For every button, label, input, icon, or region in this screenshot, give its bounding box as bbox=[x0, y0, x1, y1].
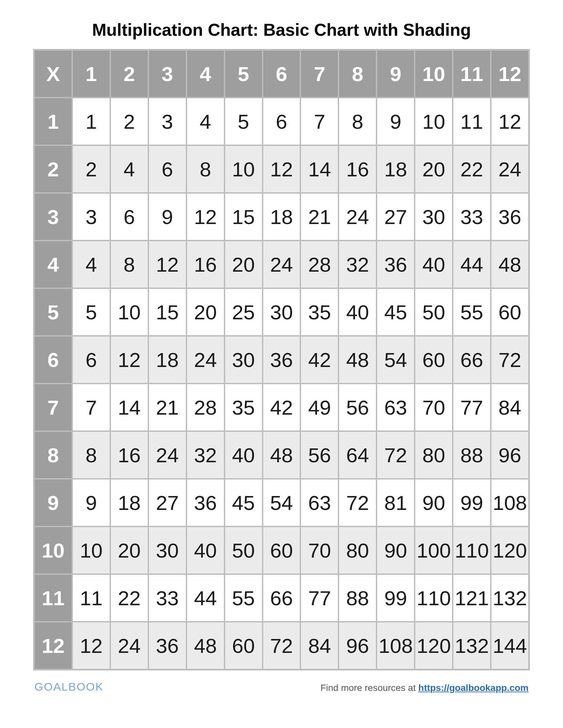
footer: GOALBOOK Find more resources at https://… bbox=[33, 680, 530, 693]
table-cell: 99 bbox=[453, 479, 491, 526]
table-cell: 6 bbox=[263, 98, 301, 145]
table-cell: 36 bbox=[187, 479, 224, 526]
row-header: 3 bbox=[34, 193, 72, 240]
table-cell: 24 bbox=[187, 336, 224, 383]
row-header: 4 bbox=[34, 241, 72, 288]
table-cell: 11 bbox=[72, 574, 110, 621]
table-cell: 33 bbox=[149, 574, 186, 621]
table-cell: 12 bbox=[491, 98, 529, 145]
table-cell: 56 bbox=[301, 432, 338, 478]
table-cell: 35 bbox=[301, 289, 338, 336]
table-cell: 4 bbox=[111, 146, 148, 193]
table-cell: 2 bbox=[72, 146, 110, 193]
table-cell: 80 bbox=[339, 527, 376, 574]
table-cell: 30 bbox=[415, 193, 452, 240]
table-cell: 12 bbox=[111, 336, 148, 383]
table-cell: 36 bbox=[149, 622, 186, 669]
table-cell: 2 bbox=[111, 98, 148, 145]
table-cell: 44 bbox=[187, 574, 224, 621]
row-header: 11 bbox=[34, 574, 72, 621]
table-cell: 60 bbox=[415, 336, 452, 383]
table-cell: 56 bbox=[339, 384, 376, 431]
table-cell: 4 bbox=[187, 98, 224, 145]
table-cell: 72 bbox=[339, 479, 376, 526]
table-cell: 48 bbox=[263, 432, 301, 478]
table-cell: 99 bbox=[377, 574, 414, 621]
row-header: 7 bbox=[34, 384, 72, 431]
table-cell: 8 bbox=[339, 98, 376, 145]
table-cell: 30 bbox=[149, 527, 186, 574]
table-cell: 66 bbox=[453, 336, 491, 383]
table-cell: 96 bbox=[339, 622, 376, 669]
table-cell: 108 bbox=[377, 622, 414, 669]
table-cell: 132 bbox=[491, 574, 529, 621]
table-cell: 11 bbox=[453, 98, 491, 145]
table-cell: 50 bbox=[415, 289, 452, 336]
multiplication-table: X123456789101112112345678910111222468101… bbox=[33, 49, 530, 670]
table-cell: 8 bbox=[111, 241, 148, 288]
row-header: 6 bbox=[34, 336, 72, 383]
table-cell: 21 bbox=[301, 193, 338, 240]
table-cell: 8 bbox=[72, 432, 110, 478]
column-header: 12 bbox=[491, 50, 529, 97]
table-cell: 80 bbox=[415, 432, 452, 478]
row-header: 2 bbox=[34, 146, 72, 193]
table-cell: 22 bbox=[111, 574, 148, 621]
table-cell: 20 bbox=[111, 527, 148, 574]
table-cell: 84 bbox=[491, 384, 529, 431]
table-cell: 3 bbox=[149, 98, 186, 145]
table-cell: 6 bbox=[72, 336, 110, 383]
column-header: 6 bbox=[263, 50, 301, 97]
table-cell: 90 bbox=[415, 479, 452, 526]
table-cell: 88 bbox=[339, 574, 376, 621]
table-cell: 33 bbox=[453, 193, 491, 240]
table-cell: 10 bbox=[225, 146, 262, 193]
table-cell: 110 bbox=[415, 574, 452, 621]
table-cell: 14 bbox=[111, 384, 148, 431]
table-cell: 48 bbox=[187, 622, 224, 669]
row-header: 8 bbox=[34, 432, 72, 478]
table-cell: 16 bbox=[339, 146, 376, 193]
table-cell: 72 bbox=[263, 622, 301, 669]
table-cell: 55 bbox=[225, 574, 262, 621]
resources-link[interactable]: https://goalbookapp.com bbox=[418, 683, 529, 693]
table-cell: 50 bbox=[225, 527, 262, 574]
table-cell: 18 bbox=[377, 146, 414, 193]
table-cell: 6 bbox=[149, 146, 186, 193]
row-header: 10 bbox=[34, 527, 72, 574]
table-cell: 48 bbox=[339, 336, 376, 383]
table-cell: 63 bbox=[377, 384, 414, 431]
table-cell: 25 bbox=[225, 289, 262, 336]
table-cell: 45 bbox=[377, 289, 414, 336]
table-cell: 55 bbox=[453, 289, 491, 336]
table-cell: 6 bbox=[111, 193, 148, 240]
table-cell: 10 bbox=[72, 527, 110, 574]
table-cell: 12 bbox=[187, 193, 224, 240]
table-cell: 64 bbox=[339, 432, 376, 478]
column-header: 4 bbox=[187, 50, 224, 97]
table-cell: 84 bbox=[301, 622, 338, 669]
table-cell: 24 bbox=[111, 622, 148, 669]
table-cell: 12 bbox=[72, 622, 110, 669]
table-cell: 40 bbox=[415, 241, 452, 288]
table-cell: 30 bbox=[225, 336, 262, 383]
table-cell: 16 bbox=[187, 241, 224, 288]
table-cell: 40 bbox=[339, 289, 376, 336]
table-cell: 44 bbox=[453, 241, 491, 288]
table-cell: 70 bbox=[415, 384, 452, 431]
table-cell: 28 bbox=[301, 241, 338, 288]
table-cell: 108 bbox=[491, 479, 529, 526]
table-cell: 7 bbox=[301, 98, 338, 145]
row-header: 5 bbox=[34, 289, 72, 336]
table-cell: 28 bbox=[187, 384, 224, 431]
table-cell: 54 bbox=[377, 336, 414, 383]
table-cell: 70 bbox=[301, 527, 338, 574]
table-cell: 5 bbox=[72, 289, 110, 336]
table-cell: 120 bbox=[415, 622, 452, 669]
table-cell: 77 bbox=[453, 384, 491, 431]
table-cell: 12 bbox=[149, 241, 186, 288]
table-cell: 40 bbox=[225, 432, 262, 478]
table-cell: 30 bbox=[263, 289, 301, 336]
table-cell: 5 bbox=[225, 98, 262, 145]
corner-cell: X bbox=[34, 50, 72, 97]
